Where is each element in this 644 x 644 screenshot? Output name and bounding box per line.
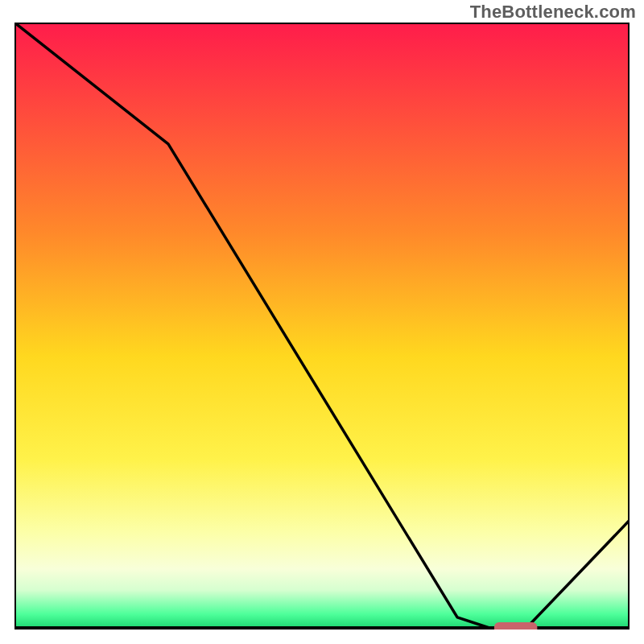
gradient-fill	[14, 23, 630, 630]
watermark-text: TheBottleneck.com	[470, 2, 636, 23]
optimal-marker	[494, 622, 538, 630]
plot-area	[14, 23, 630, 630]
chart-stage: TheBottleneck.com	[0, 0, 644, 644]
chart-svg	[14, 23, 630, 630]
